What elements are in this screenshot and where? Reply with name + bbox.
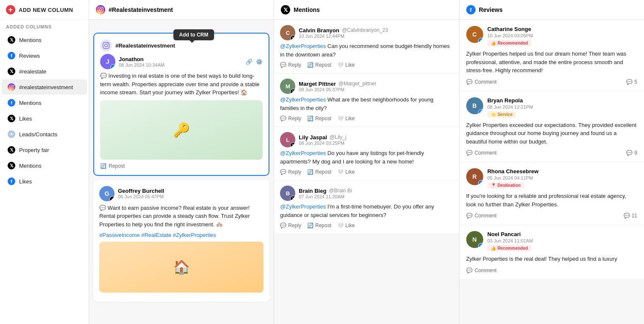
mention-m2-date: 08 Jun 2024 05:37PM — [299, 87, 453, 92]
mention-m2-like[interactable]: 🤍 Like — [337, 116, 355, 121]
post-card-2: G ✓ Geoffrey Burchell 06 Jun 2024 05:47P… — [93, 180, 269, 302]
comment-count-icon: 💬 — [626, 150, 633, 156]
add-new-column-button[interactable]: + ADD NEW COLUMN — [0, 0, 89, 20]
repost-icon: 🔄 — [100, 163, 106, 169]
post1-header: #Realestateinvestment — [100, 39, 263, 51]
review-r3-text: If you're looking for a reliable and pro… — [466, 192, 637, 208]
add-crm-tooltip[interactable]: Add to CRM — [173, 29, 214, 40]
review-r1-author-info: Catharine Songe 10 Jun 2024 03:05PM 👍 Re… — [487, 26, 637, 46]
review-r3-author-info: Rhona Cheesebrew 05 Jun 2024 04:11PM 📍 D… — [487, 168, 637, 189]
review-r4-date: 03 Jun 2024 11:01AM — [487, 238, 637, 243]
review-r2-author-name: Bryan Repola — [487, 97, 637, 104]
sidebar-item-leads-1[interactable]: 👁Leads/Contacts — [2, 127, 87, 142]
mention-item-m2: M 𝕏 Marget Pittner @Marget_pittner 08 Ju… — [274, 73, 459, 127]
mention-m2-text: @ZylkerProperties What are the best neig… — [280, 96, 453, 112]
review-r3-avatar: R f — [466, 168, 483, 185]
mention-m3-like[interactable]: 🤍 Like — [337, 169, 355, 175]
post2-date: 06 Jun 2024 05:47PM — [118, 194, 164, 199]
review-item-r1: C f Catharine Songe 10 Jun 2024 03:05PM … — [459, 20, 644, 91]
mention-m2-avatar: M 𝕏 — [280, 79, 295, 94]
post1-author-row: J ✓ Jonathon 08 Jun 2024 10:34AM 🔗 ⚙️ — [100, 54, 263, 69]
repost-icon: 🔄 — [307, 116, 314, 121]
mention-m1-reply[interactable]: 💬 Reply — [280, 62, 301, 68]
review-r1-header: C f Catharine Songe 10 Jun 2024 03:05PM … — [466, 26, 637, 46]
review-r2-footer: 💬 Comment 💬9 — [466, 150, 637, 156]
col2-platform-icon: 𝕏 — [281, 5, 290, 14]
review-r4-comment-action[interactable]: 💬 Comment — [466, 268, 497, 273]
post1-date: 08 Jun 2024 10:34AM — [119, 62, 165, 68]
reply-icon: 💬 — [280, 169, 286, 175]
col1-header: #Realestateinvestment — [89, 0, 274, 20]
col3-title: Reviews — [479, 6, 503, 13]
post1-text: 💬 Investing in real estate is one of the… — [100, 72, 263, 97]
post2-author-name: Geoffrey Burchell — [118, 188, 164, 194]
mention-m4-reply[interactable]: 💬 Reply — [280, 223, 301, 228]
sidebar-items-list: 𝕏MentionsfReviews𝕏#realestate#realestate… — [0, 32, 89, 189]
post1-link-icon[interactable]: 🔗 — [246, 59, 252, 65]
badge-icon: 👍 — [491, 246, 496, 251]
mention-m3-repost[interactable]: 🔄 Repost — [307, 169, 331, 175]
post1-card-title: #Realestateinvestment — [115, 42, 175, 49]
review-r1-date: 10 Jun 2024 03:05PM — [487, 33, 637, 38]
review-r2-comment-action[interactable]: 💬 Comment — [466, 150, 497, 156]
post1-settings-icon[interactable]: ⚙️ — [256, 59, 263, 65]
post1-repost-action[interactable]: 🔄 Repost — [100, 163, 263, 169]
sidebar-item-reviews-1[interactable]: fReviews — [2, 48, 87, 63]
review-item-r4: N f Noel Pancari 03 Jun 2024 11:01AM 👍 R… — [459, 225, 644, 280]
sidebar-item-label: Mentions — [19, 37, 42, 43]
post1-author-name: Jonathon — [119, 56, 165, 62]
review-r3-badge: 📍 Destination — [487, 182, 524, 189]
review-r4-avatar: N f — [466, 231, 483, 248]
review-r3-comment-action[interactable]: 💬 Comment — [466, 213, 497, 219]
sidebar: + ADD NEW COLUMN ADDED COLUMNS 𝕏Mentions… — [0, 0, 89, 324]
sidebar-item-label: Likes — [19, 116, 32, 122]
sidebar-item-label: #realestateinvestment — [19, 84, 73, 90]
mention-m1-text: @ZylkerProperties Can you recommend some… — [280, 42, 453, 59]
mention-m1-repost[interactable]: 🔄 Repost — [307, 62, 331, 68]
main-content: #Realestateinvestment Add to CRM #Reales… — [89, 0, 644, 324]
mention-m1-actions: 💬 Reply 🔄 Repost 🤍 Like — [280, 62, 453, 68]
sidebar-item-mentions-3[interactable]: 𝕏Mentions — [2, 158, 87, 173]
column-reviews: f Reviews C f Catharine Songe 10 Jun 202… — [459, 0, 644, 324]
mention-m4-like[interactable]: 🤍 Like — [337, 223, 355, 228]
comment-icon: 💬 — [466, 213, 473, 219]
mention-m3-actions: 💬 Reply 🔄 Repost 🤍 Like — [280, 169, 453, 175]
comment-icon: 💬 — [466, 150, 473, 156]
mention-m1-like[interactable]: 🤍 Like — [337, 62, 355, 68]
review-item-r3: R f Rhona Cheesebrew 05 Jun 2024 04:11PM… — [459, 162, 644, 225]
reply-icon: 💬 — [280, 223, 286, 228]
review-r4-text: Zylker Properties is the real deal! They… — [466, 255, 637, 263]
review-r3-header: R f Rhona Cheesebrew 05 Jun 2024 04:11PM… — [466, 168, 637, 189]
sidebar-item-likes-2[interactable]: fLikes — [2, 174, 87, 189]
mention-m2-reply[interactable]: 💬 Reply — [280, 116, 301, 121]
like-icon: 🤍 — [337, 223, 344, 228]
review-r3-footer: 💬 Comment 💬11 — [466, 213, 637, 219]
review-r4-footer: 💬 Comment — [466, 268, 637, 273]
mention-m3-text: @ZylkerProperties Do you have any listin… — [280, 149, 453, 166]
mention-m3-author-row: L 𝕏 Lily Jaspal @Lily_j 08 Jun 2024 03:2… — [280, 132, 453, 147]
mention-m4-handle: @Brain Bi — [329, 188, 352, 194]
badge-icon: 📍 — [491, 183, 496, 188]
review-r3-author-name: Rhona Cheesebrew — [487, 168, 637, 175]
mention-m2-repost[interactable]: 🔄 Repost — [307, 116, 331, 121]
sidebar-item-mentions-2[interactable]: fMentions — [2, 95, 87, 110]
sidebar-item-realestateinvestment-1[interactable]: #realestateinvestment — [2, 79, 87, 95]
review-r4-badge: 👍 Recommended — [487, 245, 532, 251]
sidebar-item-label: Likes — [19, 178, 32, 185]
mention-item-m4: B 𝕏 Brain Bieg @Brain Bi 07 Jun 2024 11:… — [274, 180, 459, 234]
review-r1-comment-action[interactable]: 💬 Comment — [466, 79, 497, 85]
reply-icon: 💬 — [280, 62, 286, 68]
mention-m3-reply[interactable]: 💬 Reply — [280, 169, 301, 175]
sidebar-item-realestate-1[interactable]: 𝕏#realestate — [2, 64, 87, 79]
post2-hashtags: #PassiveIncome #RealEstate #ZylkerProper… — [99, 232, 216, 238]
sidebar-item-likes-1[interactable]: 𝕏Likes — [2, 111, 87, 126]
add-icon: + — [6, 5, 15, 14]
sidebar-item-mentions-1[interactable]: 𝕏Mentions — [2, 32, 87, 48]
mention-m4-repost[interactable]: 🔄 Repost — [307, 223, 331, 228]
sidebar-item-label: Mentions — [19, 163, 42, 169]
mention-m1-handle: @Calvinbranyon_23 — [342, 27, 388, 33]
mention-m2-author-row: M 𝕏 Marget Pittner @Marget_pittner 08 Ju… — [280, 79, 453, 94]
col3-body: C f Catharine Songe 10 Jun 2024 03:05PM … — [459, 20, 644, 324]
sidebar-item-propertyfair-1[interactable]: 𝕏Property fair — [2, 142, 87, 158]
col2-body: C 𝕏 Calvin Branyon @Calvinbranyon_23 10 … — [274, 20, 459, 324]
